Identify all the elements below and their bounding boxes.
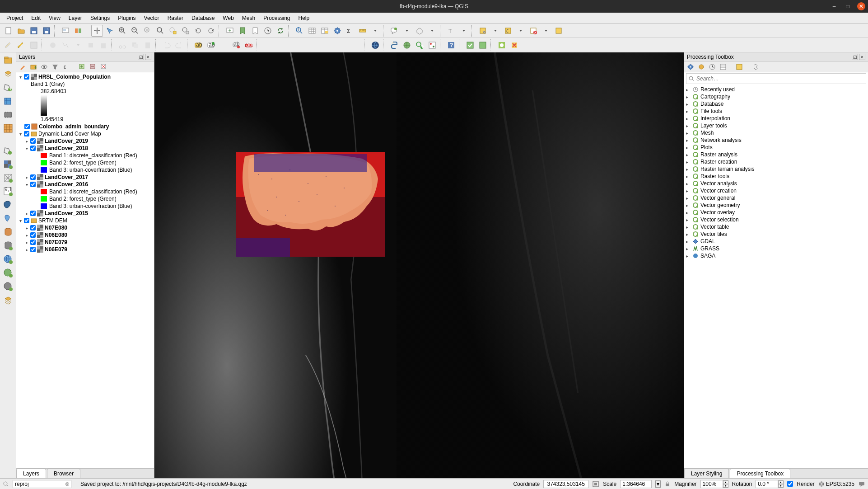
locator-input[interactable] bbox=[13, 480, 71, 488]
locator-clear-icon[interactable]: ⊗ bbox=[65, 481, 70, 487]
label-show-button[interactable] bbox=[262, 39, 274, 51]
new-project-button[interactable] bbox=[3, 25, 14, 37]
toolbox-item[interactable]: Database bbox=[700, 101, 723, 107]
georef-button[interactable] bbox=[426, 39, 438, 51]
layer-expr-button[interactable]: ε bbox=[61, 62, 70, 71]
processing-toolbox-button[interactable] bbox=[331, 25, 343, 37]
add-feature-button[interactable] bbox=[47, 39, 59, 51]
magnifier-input[interactable] bbox=[700, 480, 723, 488]
expand-icon[interactable]: ▸ bbox=[686, 188, 691, 193]
redo-button[interactable] bbox=[173, 39, 185, 51]
current-edits-button[interactable] bbox=[3, 39, 14, 51]
layer-label[interactable]: HRSL_Colombo_Population bbox=[38, 74, 111, 80]
toolbox-item[interactable]: Raster terrain analysis bbox=[700, 166, 754, 172]
layer-label[interactable]: N07E080 bbox=[45, 225, 67, 231]
open-project-button[interactable] bbox=[15, 25, 27, 37]
expand-icon[interactable]: ▸ bbox=[686, 160, 691, 165]
spin-up-icon[interactable]: ▴ bbox=[778, 480, 784, 484]
pan-to-selection-button[interactable] bbox=[104, 25, 116, 37]
layer-label[interactable]: LandCover_2017 bbox=[45, 174, 88, 180]
save-as-button[interactable] bbox=[41, 25, 52, 37]
layers-tree[interactable]: ▾HRSL_Colombo_Population Band 1 (Gray) 3… bbox=[16, 72, 154, 468]
expand-icon[interactable]: ▸ bbox=[686, 87, 691, 92]
add-wcs-button[interactable] bbox=[2, 280, 14, 293]
render-checkbox[interactable] bbox=[787, 481, 793, 487]
label-props3-button[interactable] bbox=[338, 39, 350, 51]
attribute-table-button[interactable] bbox=[306, 25, 318, 37]
expand-icon[interactable]: ▸ bbox=[686, 102, 691, 107]
results-button[interactable] bbox=[708, 62, 717, 71]
expand-icon[interactable]: ▸ bbox=[686, 196, 691, 201]
expand-icon[interactable]: ▸ bbox=[24, 233, 29, 238]
layer-checkbox[interactable] bbox=[30, 146, 36, 151]
edit-in-place-button[interactable] bbox=[719, 62, 728, 71]
toolbox-item[interactable]: Cartography bbox=[700, 94, 730, 100]
close-button[interactable]: ✕ bbox=[857, 2, 865, 10]
tab-layers[interactable]: Layers bbox=[16, 469, 46, 478]
expand-icon[interactable]: ▸ bbox=[686, 131, 691, 136]
zoom-native-button[interactable] bbox=[142, 25, 154, 37]
zoom-next-button[interactable] bbox=[205, 25, 217, 37]
toggle-editing-button[interactable] bbox=[15, 39, 27, 51]
plugin-4-button[interactable] bbox=[509, 39, 520, 51]
panel-close-button[interactable]: × bbox=[859, 54, 865, 60]
text-annotation-button[interactable]: T bbox=[445, 25, 457, 37]
add-xyz-button[interactable] bbox=[2, 267, 14, 279]
refresh-button[interactable] bbox=[275, 25, 286, 37]
toolbox-item[interactable]: Vector analysis bbox=[700, 180, 737, 187]
identify-results-button[interactable]: + bbox=[414, 39, 425, 51]
expand-icon[interactable]: ▸ bbox=[686, 203, 691, 208]
toolbox-item[interactable]: GRASS bbox=[700, 245, 719, 252]
toolbox-item[interactable]: Raster tools bbox=[700, 173, 729, 179]
temporal-button[interactable] bbox=[262, 25, 274, 37]
measure-button[interactable] bbox=[357, 25, 369, 37]
deselect-menu-icon[interactable] bbox=[540, 25, 552, 37]
layer-checkbox[interactable] bbox=[30, 232, 36, 238]
toolbox-item[interactable]: Recently used bbox=[700, 86, 735, 93]
lock-icon[interactable] bbox=[664, 481, 671, 487]
add-wfs-button[interactable] bbox=[2, 294, 14, 306]
menu-raster[interactable]: Raster bbox=[164, 14, 187, 22]
statistics-button[interactable]: Σ bbox=[344, 25, 356, 37]
layer-label[interactable]: Dynamic Land Cover Map bbox=[38, 131, 101, 137]
expand-icon[interactable]: ▸ bbox=[686, 210, 691, 215]
print-layout-button[interactable] bbox=[60, 25, 71, 37]
history-button[interactable] bbox=[697, 62, 706, 71]
deselect-button[interactable] bbox=[527, 25, 539, 37]
expand-icon[interactable]: ▸ bbox=[24, 139, 29, 144]
add-mssql-button[interactable] bbox=[2, 226, 14, 239]
spin-down-icon[interactable]: ▾ bbox=[778, 484, 784, 488]
label-pin-button[interactable]: ab bbox=[230, 39, 242, 51]
expand-icon[interactable]: ▸ bbox=[686, 217, 691, 222]
spin-up-icon[interactable]: ▴ bbox=[723, 480, 728, 484]
toolbox-item[interactable]: Vector overlay bbox=[700, 209, 735, 216]
toolbox-tree[interactable]: ▸Recently used ▸Cartography ▸Database ▸F… bbox=[684, 85, 868, 468]
maptips-menu-icon[interactable] bbox=[401, 25, 413, 37]
expand-icon[interactable]: ▸ bbox=[686, 123, 691, 128]
messages-icon[interactable] bbox=[858, 480, 865, 488]
toolbox-item[interactable]: Interpolation bbox=[700, 115, 730, 122]
expand-icon[interactable]: ▸ bbox=[686, 109, 691, 114]
new-mesh-button[interactable] bbox=[2, 122, 14, 135]
tab-processing-toolbox[interactable]: Processing Toolbox bbox=[730, 469, 790, 478]
cut-button[interactable] bbox=[117, 39, 128, 51]
tab-layer-styling[interactable]: Layer Styling bbox=[684, 469, 729, 478]
layer-checkbox[interactable] bbox=[30, 240, 36, 245]
menu-project[interactable]: Project bbox=[3, 14, 27, 22]
field-calc-button[interactable] bbox=[319, 25, 331, 37]
layer-visibility-button[interactable] bbox=[40, 62, 49, 71]
menu-database[interactable]: Database bbox=[188, 14, 218, 22]
expand-icon[interactable]: ▸ bbox=[24, 211, 29, 216]
panel-undock-button[interactable]: ◰ bbox=[852, 54, 858, 60]
toolbox-item[interactable]: Mesh bbox=[700, 130, 714, 136]
annotation-menu-icon[interactable] bbox=[458, 25, 470, 37]
expand-icon[interactable]: ▸ bbox=[686, 145, 691, 150]
menu-layer[interactable]: Layer bbox=[65, 14, 86, 22]
menu-mesh[interactable]: Mesh bbox=[238, 14, 259, 22]
osm-button[interactable] bbox=[401, 39, 413, 51]
expand-icon[interactable]: ▸ bbox=[686, 254, 691, 259]
panel-undock-button[interactable]: ◰ bbox=[138, 54, 144, 60]
label-change-button[interactable] bbox=[300, 39, 312, 51]
new-memory-button[interactable] bbox=[2, 108, 14, 121]
layer-label[interactable]: LandCover_2018 bbox=[45, 145, 88, 151]
